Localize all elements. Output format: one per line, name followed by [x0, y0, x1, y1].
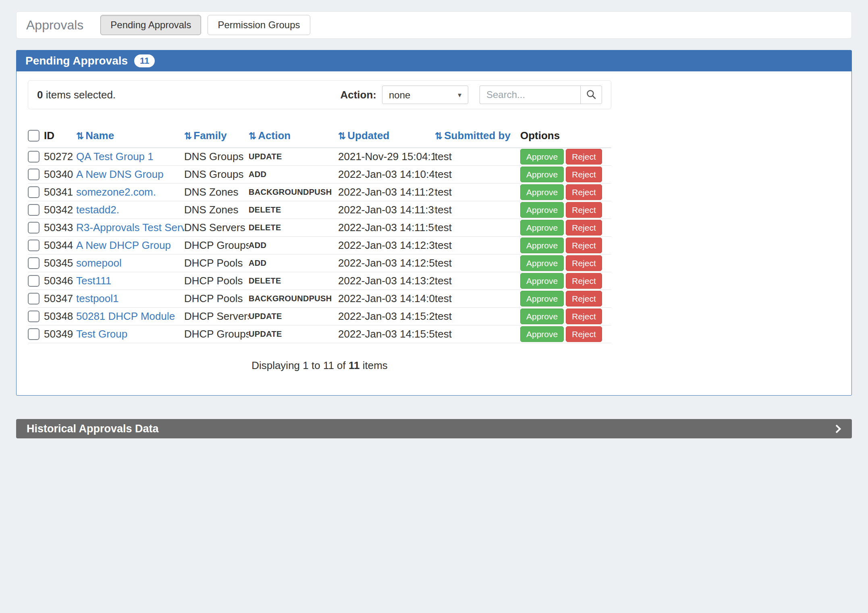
row-family: DHCP Pools	[184, 290, 249, 308]
col-header-updated[interactable]: ⇅Updated	[338, 126, 435, 148]
row-id: 50340	[44, 166, 76, 183]
row-id: 50349	[44, 325, 76, 343]
row-checkbox[interactable]	[28, 240, 39, 251]
row-checkbox[interactable]	[28, 204, 39, 216]
row-submitted-by: test	[435, 290, 520, 308]
row-action: BACKGROUNDPUSH	[249, 290, 338, 308]
sort-icon: ⇅	[249, 131, 256, 141]
historical-approvals-toggle[interactable]: Historical Approvals Data	[16, 419, 852, 438]
row-family: DNS Zones	[184, 183, 249, 201]
row-updated: 2022-Jan-03 14:14:08	[338, 290, 435, 308]
row-submitted-by: test	[435, 148, 520, 166]
reject-button[interactable]: Reject	[566, 273, 602, 289]
approve-button[interactable]: Approve	[520, 309, 564, 324]
reject-button[interactable]: Reject	[566, 326, 602, 342]
total-items: 11	[349, 359, 360, 371]
row-action: UPDATE	[249, 325, 338, 343]
approve-button[interactable]: Approve	[520, 273, 564, 289]
approve-button[interactable]: Approve	[520, 184, 564, 200]
pending-approvals-panel: Pending Approvals 11 0 items selected. A…	[16, 50, 852, 396]
row-name-link[interactable]: somepool	[76, 257, 122, 269]
row-checkbox[interactable]	[28, 186, 39, 198]
page-title: Approvals	[26, 18, 83, 33]
col-header-action[interactable]: ⇅Action	[249, 126, 338, 148]
row-name-link[interactable]: testpool1	[76, 292, 119, 304]
row-submitted-by: test	[435, 166, 520, 183]
reject-button[interactable]: Reject	[566, 167, 602, 182]
row-submitted-by: test	[435, 325, 520, 343]
approve-button[interactable]: Approve	[520, 149, 564, 165]
row-name-link[interactable]: 50281 DHCP Module	[76, 310, 175, 322]
reject-button[interactable]: Reject	[566, 255, 602, 271]
approve-button[interactable]: Approve	[520, 238, 564, 253]
table-row: 50343 R3-Approvals Test Server DNS Serve…	[28, 219, 611, 237]
reject-button[interactable]: Reject	[566, 291, 602, 306]
reject-button[interactable]: Reject	[566, 184, 602, 200]
row-checkbox[interactable]	[28, 275, 39, 287]
row-action: DELETE	[249, 219, 338, 237]
row-action: DELETE	[249, 272, 338, 290]
search-icon	[586, 89, 596, 101]
table-row: 50272 QA Test Group 1 DNS Groups UPDATE …	[28, 148, 611, 166]
row-name-link[interactable]: QA Test Group 1	[76, 150, 154, 163]
col-header-family[interactable]: ⇅Family	[184, 126, 249, 148]
reject-button[interactable]: Reject	[566, 220, 602, 236]
approve-button[interactable]: Approve	[520, 326, 564, 342]
row-checkbox[interactable]	[28, 293, 39, 304]
reject-button[interactable]: Reject	[566, 202, 602, 218]
selected-items-text: 0 items selected.	[37, 89, 116, 101]
reject-button[interactable]: Reject	[566, 149, 602, 165]
row-action: ADD	[249, 237, 338, 254]
row-updated: 2022-Jan-03 14:13:24	[338, 272, 435, 290]
col-header-name[interactable]: ⇅Name	[76, 126, 184, 148]
tab-pending-approvals[interactable]: Pending Approvals	[100, 15, 201, 35]
approve-button[interactable]: Approve	[520, 202, 564, 218]
search-button[interactable]	[580, 85, 602, 104]
row-name-link[interactable]: Test Group	[76, 328, 127, 340]
row-checkbox[interactable]	[28, 151, 39, 163]
row-checkbox[interactable]	[28, 257, 39, 269]
row-name-link[interactable]: Test111	[76, 275, 111, 287]
row-name-link[interactable]: testadd2.	[76, 204, 119, 216]
row-name-link[interactable]: A New DNS Group	[76, 168, 164, 180]
row-submitted-by: test	[435, 219, 520, 237]
table-row: 50349 Test Group DHCP Groups UPDATE 2022…	[28, 325, 611, 343]
row-action: UPDATE	[249, 148, 338, 166]
row-checkbox[interactable]	[28, 169, 39, 180]
row-family: DHCP Groups	[184, 325, 249, 343]
approve-button[interactable]: Approve	[520, 167, 564, 182]
row-id: 50272	[44, 148, 76, 166]
row-submitted-by: test	[435, 183, 520, 201]
action-label: Action:	[340, 89, 376, 101]
tab-permission-groups[interactable]: Permission Groups	[208, 15, 310, 35]
table-row: 50344 A New DHCP Group DHCP Groups ADD 2…	[28, 237, 611, 254]
reject-button[interactable]: Reject	[566, 238, 602, 253]
row-name-link[interactable]: somezone2.com.	[76, 186, 156, 198]
row-name-link[interactable]: A New DHCP Group	[76, 239, 171, 251]
approve-button[interactable]: Approve	[520, 220, 564, 236]
approve-button[interactable]: Approve	[520, 255, 564, 271]
historical-approvals-title: Historical Approvals Data	[27, 423, 159, 435]
row-checkbox[interactable]	[28, 328, 39, 340]
row-checkbox[interactable]	[28, 311, 39, 322]
table-row: 50347 testpool1 DHCP Pools BACKGROUNDPUS…	[28, 290, 611, 308]
table-row: 50341 somezone2.com. DNS Zones BACKGROUN…	[28, 183, 611, 201]
row-action: ADD	[249, 166, 338, 183]
approve-button[interactable]: Approve	[520, 291, 564, 306]
row-name-link[interactable]: R3-Approvals Test Server	[76, 221, 184, 234]
row-action: DELETE	[249, 201, 338, 219]
count-badge: 11	[134, 54, 155, 67]
col-header-submitted-by[interactable]: ⇅Submitted by	[435, 126, 520, 148]
row-updated: 2022-Jan-03 14:12:58	[338, 254, 435, 272]
search-input[interactable]	[480, 85, 580, 104]
select-all-checkbox[interactable]	[28, 130, 39, 142]
reject-button[interactable]: Reject	[566, 309, 602, 324]
row-submitted-by: test	[435, 237, 520, 254]
row-action: UPDATE	[249, 308, 338, 325]
row-family: DHCP Groups	[184, 237, 249, 254]
top-bar: Approvals Pending Approvals Permission G…	[16, 11, 852, 39]
row-family: DHCP Pools	[184, 272, 249, 290]
action-select[interactable]: none	[382, 85, 468, 104]
chevron-right-icon	[833, 424, 841, 433]
row-checkbox[interactable]	[28, 222, 39, 234]
